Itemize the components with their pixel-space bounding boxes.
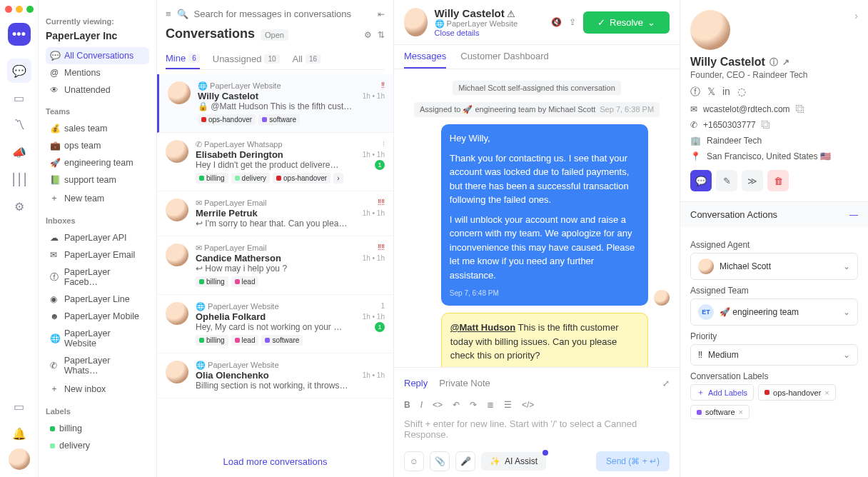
sidebar-item-all-conversations[interactable]: 💬All Conversations <box>46 47 149 64</box>
inbox-item[interactable]: ☻PaperLayer Mobile <box>46 308 149 325</box>
team-support-team[interactable]: 📗support team <box>46 171 149 189</box>
team-assign-event: Assigned to 🚀 engineering team by Michae… <box>414 102 660 117</box>
contact-avatar[interactable] <box>404 8 428 36</box>
conv-tab-all[interactable]: All16 <box>293 49 321 69</box>
conversation-item[interactable]: ✉ PaperLayer Email‼‼ Merrile Petruk1h • … <box>157 191 393 236</box>
new-team-button[interactable]: ＋New team <box>46 189 149 208</box>
inbox-item[interactable]: ☁PaperLayer API <box>46 229 149 246</box>
copy-phone-icon[interactable]: ⿻ <box>762 120 770 130</box>
conv-tab-unassigned[interactable]: Unassigned10 <box>213 49 280 69</box>
audio-icon[interactable]: 🎤 <box>455 451 475 471</box>
ol-icon[interactable]: ☰ <box>504 400 512 410</box>
email-icon: ✉ <box>690 104 697 114</box>
status-filter[interactable]: Open <box>261 29 288 41</box>
tab-customer-dashboard[interactable]: Customer Dashboard <box>460 45 549 69</box>
current-user-avatar[interactable] <box>9 448 30 470</box>
close-window[interactable] <box>5 6 12 13</box>
conversation-item[interactable]: 🌐 PaperLayer Website Olia Olenchenko1h •… <box>157 353 393 398</box>
info-icon[interactable]: ⓘ <box>769 56 778 69</box>
edit-contact-button[interactable]: ✎ <box>716 170 737 191</box>
inbox-item[interactable]: ◉PaperLayer Line <box>46 291 149 308</box>
expand-composer-icon[interactable]: ⤢ <box>662 378 670 388</box>
collapse-icon[interactable]: ⇤ <box>378 9 385 19</box>
org-name[interactable]: PaperLayer Inc <box>46 30 149 41</box>
conversation-label[interactable]: ops-handover × <box>758 384 836 401</box>
assigned-team-select[interactable]: ET🚀 engineering team⌄ <box>690 298 858 326</box>
self-assign-event: Michael Scott self-assigned this convers… <box>453 81 621 95</box>
code-icon[interactable]: <> <box>433 400 443 410</box>
attachment-icon[interactable]: 📎 <box>430 451 450 471</box>
rail-reports-icon[interactable]: 〽 <box>7 113 31 137</box>
collapse-section-icon[interactable]: — <box>849 210 858 220</box>
rail-docs-icon[interactable]: ▭ <box>7 394 31 418</box>
app-logo[interactable]: ••• <box>8 23 31 46</box>
inbox-item[interactable]: ⓕPaperLayer Faceb… <box>46 263 149 291</box>
github-icon[interactable]: ◌ <box>737 86 746 99</box>
sidebar: Currently viewing: PaperLayer Inc 💬All C… <box>39 0 157 477</box>
bold-icon[interactable]: B <box>404 400 410 410</box>
copy-email-icon[interactable]: ⿻ <box>796 104 804 114</box>
team-sales-team[interactable]: 💰sales team <box>46 120 149 137</box>
send-button[interactable]: Send (⌘ + ↵) <box>596 451 670 471</box>
embed-icon[interactable]: </> <box>522 400 534 410</box>
conversation-main: Willy Castelot ⚠ 🌐 PaperLayer Website Cl… <box>394 0 680 477</box>
linkedin-icon[interactable]: in <box>722 86 730 99</box>
minimize-window[interactable] <box>16 6 23 13</box>
rail-settings-icon[interactable]: ⚙ <box>7 194 31 219</box>
conversation-item[interactable]: ✆ PaperLayer Whatsapp⁝ Elisabeth Deringt… <box>157 133 393 191</box>
new-inbox-button[interactable]: ＋New inbox <box>46 379 149 398</box>
teams-header: Teams <box>46 107 149 116</box>
conv-tab-mine[interactable]: Mine6 <box>166 49 200 69</box>
rail-conversations-icon[interactable]: 💬 <box>7 59 31 83</box>
resolve-button[interactable]: ✓Resolve⌄ <box>583 11 670 34</box>
open-contact-icon[interactable]: ↗ <box>782 57 789 67</box>
team-ops-team[interactable]: 💼ops team <box>46 137 149 154</box>
new-conversation-button[interactable]: 💬 <box>690 170 712 191</box>
delete-contact-button[interactable]: 🗑 <box>767 170 789 191</box>
merge-contact-button[interactable]: ≫ <box>742 170 763 191</box>
tab-messages[interactable]: Messages <box>404 45 446 69</box>
composer-tab-reply[interactable]: Reply <box>404 373 428 393</box>
inbox-item[interactable]: 🌐PaperLayer Website <box>46 325 149 352</box>
maximize-window[interactable] <box>26 6 34 13</box>
search-input[interactable] <box>194 9 372 19</box>
label-billing[interactable]: billing <box>46 420 149 437</box>
details-panel: › Willy Castelotⓘ↗ Founder, CEO - Rainde… <box>680 0 868 477</box>
share-icon[interactable]: ⇪ <box>569 17 576 27</box>
label-delivery[interactable]: delivery <box>46 437 149 454</box>
priority-select[interactable]: ‼Medium⌄ <box>690 344 858 366</box>
close-details-link[interactable]: Close details <box>435 29 480 37</box>
conversation-item[interactable]: 🌐 PaperLayer Website1 Ophelia Folkard1h … <box>157 295 393 353</box>
inbox-item[interactable]: ✆PaperLayer Whats… <box>46 352 149 379</box>
undo-icon[interactable]: ↶ <box>453 400 460 410</box>
message-input[interactable]: Shift + enter for new line. Start with '… <box>404 416 670 447</box>
conversation-item[interactable]: 🌐 PaperLayer Website‼ Willy Castelot1h •… <box>157 74 393 133</box>
load-more-button[interactable]: Load more conversations <box>157 446 393 477</box>
italic-icon[interactable]: I <box>420 400 423 410</box>
rail-campaigns-icon[interactable]: 📣 <box>7 140 31 164</box>
redo-icon[interactable]: ↷ <box>470 400 477 410</box>
facebook-icon[interactable]: ⓕ <box>690 86 700 99</box>
sort-icon[interactable]: ⇅ <box>378 30 385 40</box>
inbox-item[interactable]: ✉PaperLayer Email <box>46 246 149 263</box>
collapse-panel-icon[interactable]: › <box>854 10 858 21</box>
rail-library-icon[interactable]: ⎮⎮⎮ <box>7 167 31 191</box>
private-note: @Matt Hudson This is the fifth customer … <box>441 313 648 367</box>
ul-icon[interactable]: ≣ <box>487 400 494 410</box>
ai-assist-button[interactable]: ✨AI Assist <box>481 452 546 471</box>
twitter-icon[interactable]: 𝕏 <box>707 86 715 99</box>
filter-icon[interactable]: ⚙ <box>364 30 372 40</box>
rail-notifications-icon[interactable]: 🔔 <box>7 421 31 446</box>
profile-avatar[interactable] <box>690 10 730 50</box>
emoji-icon[interactable]: ☺ <box>404 451 424 471</box>
conversation-label[interactable]: software × <box>690 405 750 419</box>
mute-icon[interactable]: 🔇 <box>551 17 562 27</box>
rail-contacts-icon[interactable]: ▭ <box>7 86 31 110</box>
team-engineering-team[interactable]: 🚀engineering team <box>46 154 149 171</box>
composer-tab-private-note[interactable]: Private Note <box>439 373 490 393</box>
add-labels-button[interactable]: ＋ Add Labels <box>690 384 754 401</box>
conversation-item[interactable]: ✉ PaperLayer Email‼‼ Candice Matherson1h… <box>157 236 393 295</box>
sidebar-item-mentions[interactable]: @Mentions <box>46 64 149 81</box>
assigned-agent-select[interactable]: Michael Scott⌄ <box>690 253 858 280</box>
sidebar-item-unattended[interactable]: 👁Unattended <box>46 81 149 99</box>
